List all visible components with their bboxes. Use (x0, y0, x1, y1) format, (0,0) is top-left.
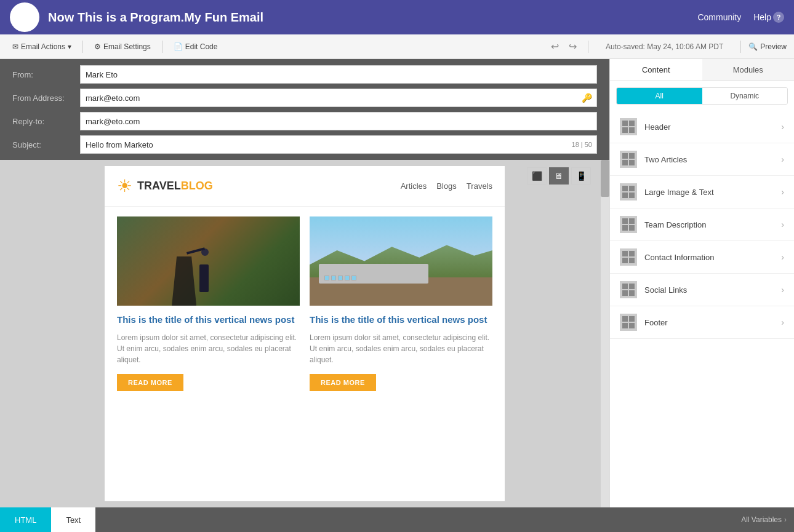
module-item-header[interactable]: Header › (610, 111, 794, 143)
email-header: ☀ TRAVELBLOG Articles Blogs Travels (105, 166, 505, 207)
chevron-right-icon: › (781, 122, 784, 132)
hiker-figure (199, 264, 209, 292)
module-icon-contact-info (620, 248, 637, 266)
module-item-contact-info[interactable]: Contact Information › (610, 241, 794, 274)
train-window (338, 276, 343, 280)
blogs-link[interactable]: Blogs (436, 181, 457, 191)
text-tab[interactable]: Text (51, 507, 95, 532)
bottom-right: All Variables › (741, 515, 794, 524)
edit-code-button[interactable]: 📄 Edit Code (169, 40, 223, 54)
scrollbar-track[interactable] (601, 160, 609, 507)
article-2-title: This is the title of this vertical news … (310, 313, 492, 326)
bottom-bar: HTML Text All Variables › (0, 507, 794, 532)
separator (740, 41, 741, 53)
separator (588, 41, 588, 53)
form-section: From: From Address: 🔑 Reply-to: Subject:… (0, 59, 609, 160)
module-name-social-links: Social Links (644, 285, 781, 295)
email-icon: ✉ (12, 42, 18, 51)
module-item-large-image-text[interactable]: Large Image & Text › (610, 176, 794, 208)
reply-to-input[interactable] (80, 112, 597, 130)
redo-button[interactable]: ↪ (565, 39, 580, 54)
module-name-contact-info: Contact Information (644, 253, 781, 262)
chevron-right-icon: › (781, 187, 784, 197)
article-2-cta[interactable]: READ MORE (310, 374, 376, 391)
sun-icon: ☀ (117, 176, 132, 196)
undo-button[interactable]: ↩ (547, 39, 563, 54)
from-input[interactable] (80, 65, 597, 84)
main-layout: From: From Address: 🔑 Reply-to: Subject:… (0, 59, 794, 507)
subject-row: Subject: 18 | 50 (12, 135, 597, 154)
reply-to-row: Reply-to: (12, 112, 597, 130)
key-icon: 🔑 (582, 93, 592, 103)
separator (82, 41, 83, 53)
travels-link[interactable]: Travels (467, 181, 492, 191)
chevron-right-icon: › (781, 220, 784, 229)
articles-grid: This is the title of this vertical news … (105, 207, 505, 401)
tab-modules[interactable]: Modules (702, 59, 795, 81)
train-window (331, 276, 336, 280)
module-item-footer[interactable]: Footer › (610, 306, 794, 339)
community-link[interactable]: Community (697, 12, 741, 22)
chevron-right-icon: › (781, 317, 784, 327)
from-label: From: (12, 70, 80, 79)
all-variables-button[interactable]: All Variables › (741, 515, 787, 524)
module-item-social-links[interactable]: Social Links › (610, 274, 794, 306)
from-address-input[interactable] (80, 89, 597, 107)
app-logo (10, 2, 39, 32)
preview-button[interactable]: 🔍 Preview (748, 42, 787, 51)
module-icon-large-image (620, 183, 637, 200)
from-address-row: From Address: 🔑 (12, 89, 597, 107)
email-nav: Articles Blogs Travels (401, 181, 492, 191)
article-1-cta[interactable]: READ MORE (117, 374, 183, 391)
tab-content[interactable]: Content (610, 59, 702, 81)
bottom-tabs: HTML Text (0, 507, 95, 532)
svg-rect-2 (28, 11, 31, 23)
filter-all[interactable]: All (617, 88, 702, 104)
device-toggles: ⬛ 🖥 📱 (527, 167, 591, 185)
module-item-two-articles[interactable]: Two Articles › (610, 143, 794, 176)
chevron-right-icon: › (784, 515, 787, 524)
email-preview-container: ⬛ 🖥 📱 ☀ TRAVELBLOG Articles (0, 160, 609, 507)
train-window (351, 276, 356, 280)
from-address-label: From Address: (12, 93, 80, 103)
help-link[interactable]: Help ? (753, 12, 784, 23)
code-icon: 📄 (174, 42, 183, 51)
top-bar: Now This is a Program.My Fun Email Commu… (0, 0, 794, 34)
svg-rect-0 (18, 17, 21, 23)
article-card-1: This is the title of this vertical news … (117, 216, 310, 391)
fullscreen-button[interactable]: ⬛ (527, 167, 547, 185)
train-window (345, 276, 350, 280)
scrollbar-thumb[interactable] (601, 160, 609, 197)
email-actions-button[interactable]: ✉ Email Actions ▾ (7, 40, 76, 54)
separator (162, 41, 162, 53)
article-2-image (310, 216, 492, 306)
toolbar: ✉ Email Actions ▾ ⚙ Email Settings 📄 Edi… (0, 34, 794, 59)
mobile-view-button[interactable]: 📱 (571, 167, 591, 185)
app-title: Now This is a Program.My Fun Email (48, 10, 697, 25)
train-windows (324, 276, 356, 280)
svg-rect-1 (23, 14, 26, 23)
chevron-right-icon: › (781, 252, 784, 262)
module-item-team-description[interactable]: Team Description › (610, 208, 794, 241)
html-tab[interactable]: HTML (0, 507, 51, 532)
chevron-right-icon: › (781, 154, 784, 164)
from-row: From: (12, 65, 597, 84)
articles-link[interactable]: Articles (401, 181, 427, 191)
email-settings-button[interactable]: ⚙ Email Settings (89, 40, 156, 54)
module-name-header: Header (644, 122, 781, 132)
module-icon-social-links (620, 281, 637, 298)
module-name-large-image-text: Large Image & Text (644, 188, 781, 197)
top-nav: Community Help ? (697, 12, 784, 23)
center-area: From: From Address: 🔑 Reply-to: Subject:… (0, 59, 609, 507)
subject-label: Subject: (12, 140, 80, 149)
subject-input[interactable] (80, 135, 597, 154)
from-address-wrapper: 🔑 (80, 89, 597, 107)
subject-counter: 18 | 50 (572, 141, 592, 148)
filter-dynamic[interactable]: Dynamic (702, 88, 788, 104)
chevron-right-icon: › (781, 285, 784, 295)
module-name-footer: Footer (644, 318, 781, 327)
desktop-view-button[interactable]: 🖥 (549, 167, 569, 185)
help-icon: ? (773, 12, 784, 23)
search-icon: 🔍 (748, 42, 758, 51)
filter-tabs: All Dynamic (616, 87, 788, 105)
